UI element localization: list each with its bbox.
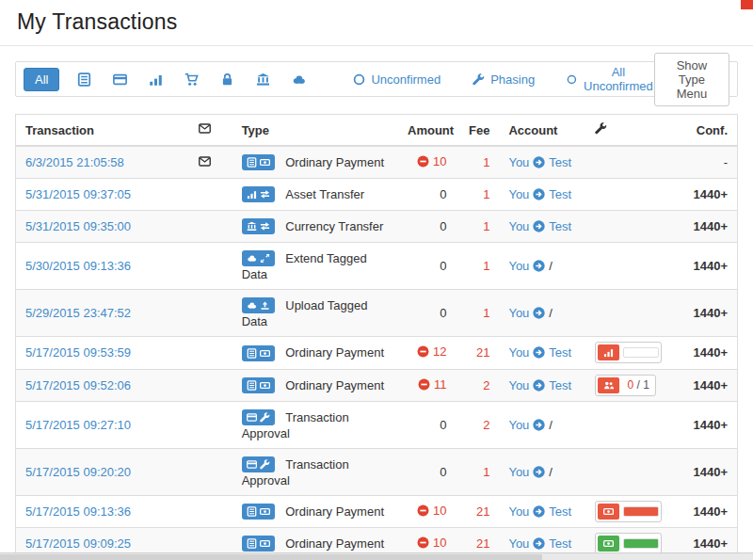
minus-circle-icon	[418, 378, 430, 391]
cart-icon	[184, 72, 199, 87]
wrench-icon	[473, 73, 485, 86]
card-icon	[113, 72, 127, 87]
account-to-link[interactable]: Test	[549, 187, 571, 201]
envelope-icon	[199, 155, 211, 168]
type-filter-icons	[75, 71, 308, 88]
transaction-type-badge	[242, 456, 275, 472]
account-to-link: /	[549, 306, 553, 320]
transaction-type-badge	[242, 297, 275, 313]
filter-marketplace-button[interactable]	[183, 71, 200, 88]
filter-tagged-data-button[interactable]	[290, 71, 308, 88]
account-to-link[interactable]: Test	[549, 345, 571, 360]
phasing-progress-bar	[623, 506, 659, 517]
amount: 12	[417, 344, 446, 359]
fee-value: 2	[483, 378, 489, 392]
transaction-date-link[interactable]: 5/17/2015 09:52:06	[25, 378, 131, 392]
bank-icon	[256, 72, 270, 87]
cloud-icon	[247, 253, 257, 264]
transaction-date-link[interactable]: 5/17/2015 09:09:25	[25, 536, 131, 551]
transaction-date-link[interactable]: 5/29/2015 23:47:52	[25, 306, 131, 320]
transaction-type-badge	[242, 250, 275, 266]
transaction-row: 5/31/2015 09:37:05 Asset Transfer 0 1 Yo…	[16, 179, 738, 211]
account-from-link[interactable]: You	[508, 418, 529, 432]
account: You Test	[508, 219, 571, 233]
cloud-icon	[247, 300, 257, 311]
fee-value: 21	[476, 536, 489, 551]
confirmations-value: 1440+	[693, 418, 728, 432]
account-to-link[interactable]: Test	[549, 536, 571, 551]
transaction-date-link[interactable]: 5/17/2015 09:27:10	[25, 418, 131, 432]
page-header: My Transactions	[0, 0, 753, 46]
arrow-right-circle-icon	[533, 466, 545, 478]
filter-all-button[interactable]: All	[24, 68, 59, 91]
filter-messages-button[interactable]	[111, 71, 129, 88]
account-to-link[interactable]: Test	[549, 378, 571, 392]
transaction-date-link[interactable]: 5/17/2015 09:13:36	[25, 504, 131, 519]
transaction-date-link[interactable]: 5/31/2015 09:37:05	[25, 187, 131, 201]
account-from-link[interactable]: You	[508, 155, 529, 169]
fee-value: 1	[483, 259, 489, 273]
filter-account-control-button[interactable]	[218, 71, 236, 88]
wrench-icon	[260, 412, 270, 423]
amount-value: 11	[434, 377, 447, 392]
amount: 0	[440, 187, 446, 201]
amount-value: 10	[433, 154, 446, 168]
phasing-indicator	[595, 501, 662, 522]
transaction-row: 5/30/2015 09:13:36 Extend Tagged Data 0 …	[16, 243, 738, 290]
amount-value: 0	[440, 187, 446, 201]
cloud-icon	[292, 72, 306, 87]
money-icon	[260, 348, 270, 359]
transaction-type-label: Currency Transfer	[285, 219, 383, 233]
account-from-link[interactable]: You	[508, 219, 529, 233]
transaction-type-badge	[242, 154, 275, 170]
transfer-icon	[260, 189, 270, 200]
minus-circle-icon	[417, 536, 429, 549]
account-from-link[interactable]: You	[508, 465, 529, 479]
account-from-link[interactable]: You	[508, 345, 529, 360]
calculator-icon	[247, 348, 257, 359]
arrow-right-circle-icon	[533, 505, 545, 518]
upload-icon	[260, 300, 270, 311]
transaction-row: 5/17/2015 09:52:06 Ordinary Payment 11 2…	[16, 369, 738, 401]
account-from-link[interactable]: You	[508, 187, 529, 201]
filter-all-unconfirmed-button[interactable]: All Unconfirmed	[567, 65, 654, 93]
transaction-type-badge	[242, 504, 275, 520]
account-from-link[interactable]: You	[508, 536, 529, 551]
transaction-date-link[interactable]: 5/31/2015 09:35:00	[25, 219, 131, 233]
fee-value: 1	[483, 465, 489, 479]
transaction-date-link[interactable]: 5/17/2015 09:20:20	[25, 465, 131, 479]
account-from-link[interactable]: You	[508, 306, 529, 320]
confirmations-value: 1440+	[693, 536, 728, 551]
col-amount: Amount	[398, 115, 456, 147]
filter-phasing-button[interactable]: Phasing	[473, 72, 535, 87]
confirmations-value: 1440+	[693, 378, 728, 392]
filter-unconfirmed-button[interactable]: Unconfirmed	[353, 72, 441, 87]
filter-toolbar: All Unconfirmed Phasing All Unconfirmed …	[15, 61, 738, 97]
phasing-votes: 0 / 1	[623, 378, 652, 392]
wrench-icon	[595, 122, 607, 135]
amount-value: 12	[433, 344, 446, 359]
account: You /	[508, 465, 553, 479]
calculator-icon	[247, 157, 257, 168]
col-conf: Conf.	[680, 115, 737, 147]
account-from-link[interactable]: You	[508, 378, 529, 392]
show-type-menu-button[interactable]: Show Type Menu	[654, 53, 729, 106]
arrow-right-circle-icon	[533, 537, 545, 550]
account-from-link[interactable]: You	[508, 504, 529, 519]
account-to-link[interactable]: Test	[549, 219, 571, 233]
transaction-date-link[interactable]: 5/30/2015 09:13:36	[25, 259, 131, 273]
transaction-date-link[interactable]: 5/17/2015 09:53:59	[25, 345, 131, 360]
account-from-link[interactable]: You	[508, 259, 529, 273]
amount-value: 10	[433, 536, 446, 550]
account-to-link[interactable]: Test	[549, 504, 571, 519]
filter-payments-button[interactable]	[75, 71, 93, 88]
fee-value: 21	[476, 504, 489, 519]
filter-monetary-system-button[interactable]	[254, 71, 272, 88]
transaction-row: 6/3/2015 21:05:58 Ordinary Payment 10 1 …	[16, 146, 738, 179]
horizontal-scrollbar[interactable]	[0, 552, 753, 560]
transaction-date-link[interactable]: 6/3/2015 21:05:58	[25, 155, 124, 169]
minus-circle-icon	[417, 345, 429, 358]
account-to-link[interactable]: Test	[549, 155, 571, 169]
scrollbar-thumb[interactable]	[0, 554, 542, 560]
filter-asset-exchange-button[interactable]	[147, 71, 165, 88]
